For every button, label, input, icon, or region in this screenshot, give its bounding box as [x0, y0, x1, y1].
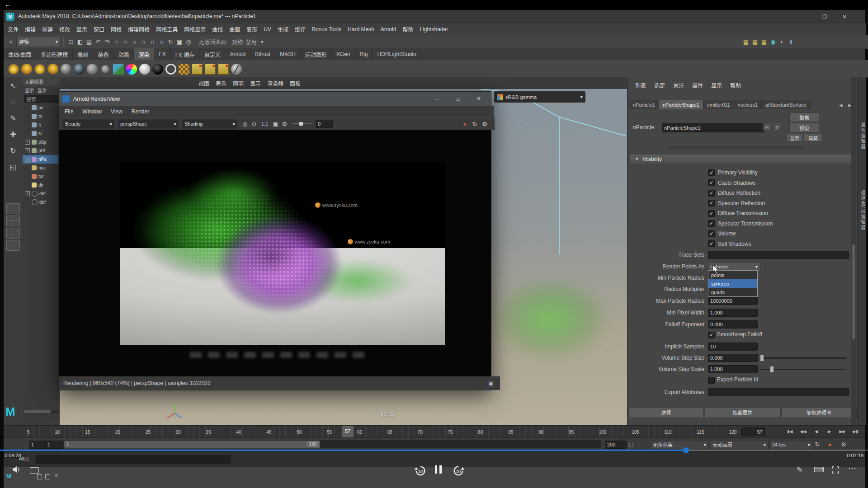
animation-end-field[interactable]: 200 — [605, 441, 627, 449]
auto-keyframe-icon[interactable]: ● — [826, 440, 835, 449]
construction-history-icon[interactable]: ▣ — [175, 37, 184, 46]
keyboard-shortcuts-icon[interactable]: ⌨ — [814, 465, 824, 474]
go-to-start-button[interactable]: ▮◀ — [784, 427, 796, 436]
animation-preferences-icon[interactable]: ⚙ — [839, 440, 848, 449]
menu-item[interactable]: Bonus Tools — [309, 26, 344, 33]
checkbox-checked[interactable]: ✓ — [708, 179, 715, 186]
menu-item[interactable]: 编辑网格 — [125, 25, 153, 33]
render-view-icon[interactable]: ▦ — [760, 37, 769, 46]
paint-diagonal-icon[interactable] — [113, 64, 124, 75]
volume-step-scale-slider[interactable] — [760, 369, 846, 370]
command-line-input[interactable] — [36, 455, 231, 464]
small-sphere-icon[interactable] — [101, 65, 109, 73]
video-progress-handle[interactable] — [683, 447, 689, 453]
outliner-item[interactable]: + dir — [23, 181, 60, 189]
attribute-editor-menu-item[interactable]: 属性 — [689, 81, 706, 89]
uv-grid-icon-2[interactable] — [205, 64, 216, 75]
snap-surface-icon[interactable]: ∩ — [148, 37, 157, 46]
highlight-selection-icon[interactable]: ◎ — [184, 37, 193, 46]
checkbox-checked[interactable]: ✓ — [708, 190, 715, 197]
white-sphere-icon[interactable] — [139, 64, 150, 75]
layout-four-pane-button[interactable] — [6, 216, 20, 226]
mini-window-icon[interactable] — [37, 474, 42, 479]
menu-item[interactable]: 创建 — [39, 25, 56, 33]
menu-item[interactable]: 文件 — [5, 25, 22, 33]
volume-step-size-field[interactable]: 0.000 — [708, 354, 758, 362]
move-tool-icon[interactable]: ✚ — [4, 126, 23, 142]
statusbar-log-icon[interactable]: ▣ — [486, 379, 495, 388]
soft-sphere-icon[interactable] — [61, 64, 71, 75]
scrollbar-thumb[interactable] — [24, 410, 51, 413]
checker-texture-icon[interactable] — [179, 64, 189, 75]
render-stop-icon[interactable]: ● — [461, 119, 468, 128]
shelf-tab[interactable]: HDRLightStudio — [373, 48, 421, 60]
animation-start-field[interactable]: 1 — [29, 441, 47, 449]
volume-icon[interactable] — [12, 465, 22, 474]
renderview-maximize-button[interactable]: □ — [448, 92, 468, 106]
menu-item[interactable]: 窗口 — [90, 25, 108, 33]
footer-button[interactable]: 加载属性 — [705, 407, 780, 418]
export-particle-id-checkbox[interactable] — [708, 377, 715, 384]
outliner-item[interactable]: + fr — [23, 121, 60, 129]
statusline-collapse-icon[interactable]: ≡ — [6, 37, 15, 46]
slider-handle[interactable] — [770, 366, 774, 372]
attribute-editor-menu-item[interactable]: 关注 — [670, 81, 687, 89]
aov-dropdown[interactable]: Beauty▾ — [62, 119, 115, 129]
node-tab[interactable]: nParticle1 — [629, 100, 659, 109]
paint-select-tool-icon[interactable]: ✎ — [4, 110, 23, 126]
character-set-dropdown[interactable]: 无角色集▾ — [650, 440, 709, 449]
render-canvas[interactable]: www.zycku.com www.zycku.com — [59, 130, 491, 376]
render-settings-icon[interactable]: ▦ — [741, 37, 750, 46]
scrollbar-thumb[interactable] — [852, 244, 855, 339]
renderview-menu-item[interactable]: File — [61, 108, 76, 115]
gray-sphere-icon[interactable] — [87, 64, 98, 75]
dropdown-option[interactable]: quads — [708, 288, 757, 296]
expand-toggle-icon[interactable]: + — [25, 140, 30, 145]
pin-node-icon[interactable]: ◎ — [763, 123, 771, 131]
shelf-tab[interactable]: 运动图形 — [301, 48, 332, 60]
shelf-tab[interactable]: Bifrost — [250, 48, 275, 60]
checkbox-checked[interactable]: ✓ — [708, 220, 715, 227]
viewport-menu-item[interactable]: 照明 — [230, 80, 247, 87]
play-forward-button[interactable]: ▶ — [823, 427, 835, 436]
viewport-menu-item[interactable]: 渲染器 — [264, 80, 287, 87]
renderview-minimize-button[interactable]: ─ — [427, 92, 448, 106]
history-icon[interactable]: ↻ — [166, 37, 175, 46]
falloff-exponent-field[interactable]: 0.000 — [708, 320, 758, 328]
light-icon-4[interactable] — [47, 64, 58, 75]
node-tab[interactable]: nParticleShape1 — [659, 100, 703, 109]
min-pixel-width-field[interactable]: 1.000 — [708, 309, 758, 317]
presets-button[interactable]: 预设 — [789, 123, 819, 132]
snapshot-icon[interactable]: ⊙ — [250, 119, 259, 128]
menu-item[interactable]: Hard Mesh — [344, 26, 377, 33]
skip-back-10-button[interactable]: 10 — [414, 465, 427, 477]
captions-icon[interactable] — [30, 467, 39, 474]
outliner-search-input[interactable]: 搜索... — [24, 95, 58, 103]
sidebar-tab-channel-box[interactable]: 通道盒/层编辑器 — [859, 190, 866, 230]
menu-item[interactable]: 生成 — [274, 25, 292, 33]
menu-item[interactable]: 显示 — [73, 25, 90, 33]
material-ball-icon[interactable] — [231, 64, 242, 75]
trace-sets-field[interactable] — [708, 251, 849, 259]
menu-item[interactable]: 网格 — [108, 25, 125, 33]
exposure-field[interactable]: 0 — [316, 120, 333, 128]
uv-grid-icon-1[interactable] — [192, 64, 203, 75]
outliner-item[interactable]: + def — [23, 198, 60, 206]
menu-item[interactable]: UV — [260, 26, 274, 33]
footer-button[interactable]: 选择 — [628, 407, 704, 418]
menu-item[interactable]: 编辑 — [22, 25, 39, 33]
refresh-render-icon[interactable]: ↻ — [471, 119, 478, 128]
shelf-tab[interactable]: FX — [154, 48, 170, 60]
annotate-icon[interactable]: ✎ — [797, 465, 802, 474]
snap-center-icon[interactable]: ∩ — [157, 37, 166, 46]
checkbox-checked[interactable]: ✓ — [708, 230, 715, 237]
slider-handle[interactable] — [299, 122, 303, 126]
outliner-menu-display[interactable]: 显示 — [25, 87, 34, 94]
swap-node-icon[interactable]: ⇄ — [773, 123, 781, 131]
new-scene-icon[interactable]: □ — [66, 37, 75, 46]
fps-dropdown[interactable]: 24 fps▾ — [769, 440, 813, 449]
snap-grid-icon[interactable]: ∩ — [112, 37, 121, 46]
maximize-button[interactable]: ❐ — [816, 10, 834, 23]
menu-item[interactable]: 变形 — [243, 25, 260, 33]
attribute-editor-menu-item[interactable]: 列表 — [632, 81, 649, 89]
